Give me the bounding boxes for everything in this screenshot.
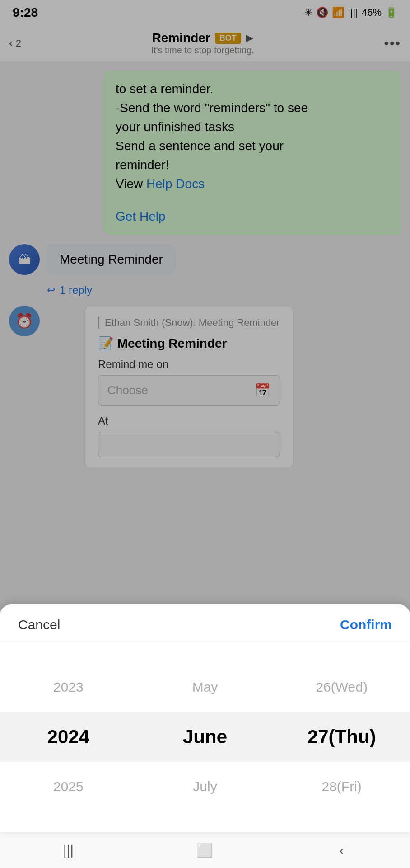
home-button[interactable]: ⬜	[187, 837, 223, 864]
menu-button[interactable]: |||	[50, 837, 86, 864]
picker-header: Cancel Confirm	[0, 604, 410, 642]
day-item-26[interactable]: 26(Wed)	[273, 662, 410, 712]
picker-body: 2023 2024 2025 May June July 26(Wed) 27(…	[0, 642, 410, 832]
cancel-button[interactable]: Cancel	[18, 617, 60, 632]
back-nav-icon: ‹	[340, 843, 344, 858]
day-item-28[interactable]: 28(Fri)	[273, 762, 410, 811]
month-item-june[interactable]: June	[137, 712, 274, 762]
year-item-2023[interactable]: 2023	[0, 662, 137, 712]
year-item-2025[interactable]: 2025	[0, 762, 137, 811]
month-item-july[interactable]: July	[137, 762, 274, 811]
year-column[interactable]: 2023 2024 2025	[0, 642, 137, 832]
home-icon: ⬜	[196, 842, 213, 858]
day-item-27[interactable]: 27(Thu)	[273, 712, 410, 762]
bottom-nav: ||| ⬜ ‹	[0, 832, 410, 868]
confirm-button[interactable]: Confirm	[340, 617, 392, 632]
month-item-may[interactable]: May	[137, 662, 274, 712]
back-nav-button[interactable]: ‹	[324, 837, 360, 864]
year-item-2024[interactable]: 2024	[0, 712, 137, 762]
date-picker: Cancel Confirm 2023 2024 2025 May June J…	[0, 604, 410, 832]
hamburger-icon: |||	[63, 843, 74, 858]
month-column[interactable]: May June July	[137, 642, 274, 832]
day-column[interactable]: 26(Wed) 27(Thu) 28(Fri)	[273, 642, 410, 832]
